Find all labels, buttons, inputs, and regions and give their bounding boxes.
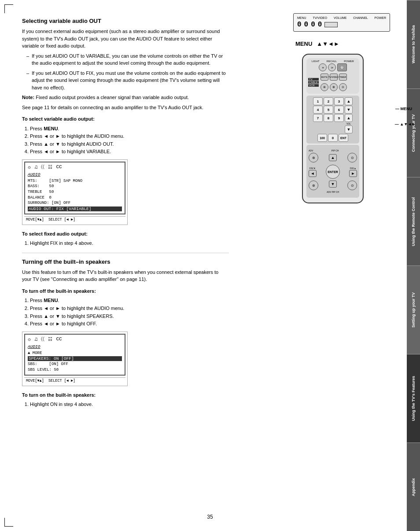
step-3: Press ▲ or ▼ to highlight AUDIO OUT. — [30, 140, 229, 148]
tv-menu-label: MENU — [295, 41, 312, 47]
page-number: 35 — [207, 514, 213, 520]
sidebar-tab-remote[interactable]: Using the Remote Control — [407, 177, 420, 266]
btn-3[interactable]: 3 — [334, 97, 344, 105]
btn-1[interactable]: 1 — [313, 97, 323, 105]
subsec1-steps: Press MENU. Press ◄ or ► to highlight th… — [30, 125, 229, 156]
tv-labels: MENU TV/VIDEO VOLUME CHANNEL POWER — [297, 16, 386, 19]
timer-btn[interactable]: TIMER — [339, 74, 347, 81]
corner-mark-bl — [4, 518, 13, 527]
sidebar-tab-features[interactable]: Using the TV's Features — [407, 354, 420, 442]
pip-ch-btn[interactable]: ⊙ — [347, 153, 357, 162]
sidebar: Welcome to Toshiba Connecting your TV Us… — [407, 0, 420, 531]
subsec3-steps: Press MENU. Press ◄ or ► to highlight th… — [30, 297, 229, 328]
vcr-btn-3[interactable]: ⊙ — [339, 83, 347, 91]
subsec3-label: To turn off the built-in speakers: — [22, 288, 229, 295]
tv-power-indicator — [324, 22, 338, 27]
section-divider — [22, 253, 229, 253]
btn-5[interactable]: 5 — [324, 106, 333, 114]
power-btn[interactable]: ⏻ — [337, 63, 347, 71]
section1-title: Selecting variable audio OUT — [22, 18, 229, 24]
section2-intro: Use this feature to turn off the TV's bu… — [22, 269, 229, 283]
diagrams-area: MENU TV/VIDEO VOLUME CHANNEL POWER 0 0 0… — [284, 13, 403, 203]
menu-annotation: — MENU — [395, 107, 412, 111]
subsec4-label: To turn on the built-in speakers: — [22, 391, 229, 399]
remote-body: LIGHT RECALL POWER ☀ ⟳ ⏻ TV CABLE VCR — [302, 54, 364, 203]
subsec4-steps: Highlight ON in step 4 above. — [30, 401, 229, 409]
section2-title: Turning off the built–in speakers — [22, 258, 229, 265]
subsec2-label: To select fixed audio output: — [22, 230, 229, 238]
bottom-left-btn[interactable]: ⊛ — [309, 181, 318, 190]
number-pad: 1 2 3 ▲ 4 5 6 ▼ 7 8 9 ▲ VOL — [306, 96, 359, 144]
ch-down-btn[interactable]: ▼ — [345, 106, 353, 114]
sidebar-tab-setting[interactable]: Setting up your TV — [407, 266, 420, 354]
btn-8[interactable]: 8 — [324, 114, 333, 122]
fav-right-btn[interactable]: ► — [349, 170, 357, 177]
step-2: Press ◄ or ► to highlight the AUDIO menu… — [30, 133, 229, 140]
btn-9[interactable]: 9 — [334, 114, 344, 122]
sidebar-tab-appendix[interactable]: Appendix — [407, 442, 420, 531]
btn-100[interactable]: 100 — [317, 134, 327, 142]
bullet-1: If you set AUDIO OUT to VARIABLE, you ca… — [26, 52, 229, 67]
tv-video-btn[interactable]: TV/VIDEO — [330, 74, 338, 81]
arrow-annotation: — ▲▼◄► — [395, 122, 416, 126]
spk-step-3: Press ▲ or ▼ to highlight SPEAKERS. — [30, 313, 229, 321]
spk-step-4: Press ◄ or ► to highlight OFF. — [30, 320, 229, 328]
step-1: Press MENU. — [30, 125, 229, 133]
bullet-2: If you set AUDIO OUT to FIX, you must us… — [26, 70, 229, 92]
btn-7[interactable]: 7 — [313, 114, 323, 122]
subsec1-label: To select variable audio output: — [22, 115, 229, 123]
sidebar-tab-connecting[interactable]: Connecting your TV — [407, 88, 420, 177]
audio-menu-screen-2: ☼ ♫ 〈〈 ☷ CC AUDIO ▲ MORE SPEAKERS: ON [O… — [22, 332, 128, 386]
vcr-btn-2[interactable]: ⊕ — [330, 83, 338, 91]
bottom-right-btn[interactable]: ⊙ — [347, 181, 357, 190]
ch-up-btn[interactable]: ▲ — [345, 97, 353, 105]
main-content-left: Selecting variable audio OUT If you conn… — [9, 9, 238, 421]
source-labels: TV CABLE VCR — [308, 78, 319, 87]
btn-0[interactable]: 0 — [328, 134, 338, 142]
sidebar-tab-welcome[interactable]: Welcome to Toshiba — [407, 0, 420, 88]
step-4: Press ◄ or ► to highlight VARIABLE. — [30, 148, 229, 156]
btn-2[interactable]: 2 — [324, 97, 333, 105]
vol-up-btn[interactable]: ▲ — [345, 114, 353, 122]
on-step-1: Highlight ON in step 4 above. — [30, 401, 229, 409]
btn-4[interactable]: 4 — [313, 106, 323, 114]
section1-intro: If you connect external audio equipment … — [22, 28, 229, 50]
recall-btn[interactable]: ⟳ — [328, 63, 336, 71]
pip-up-btn[interactable]: ▲ — [329, 154, 337, 161]
section1-note: Note: Fixed audio output provides a clea… — [22, 94, 229, 101]
tv-displays: 0 0 0 0 — [297, 21, 386, 29]
spk-step-1: Press MENU. — [30, 297, 229, 305]
mute-btn[interactable]: MUTE — [321, 74, 328, 81]
audio-menu-screen-1: ☼ ♫ 〈〈 ☷ CC AUDIO MTS: [STR] SAP MONO BA… — [22, 159, 128, 225]
btn-6[interactable]: 6 — [334, 106, 344, 114]
adv-btn[interactable]: ⊛ — [309, 153, 318, 162]
fixed-step-1: Highlight FIX in step 4 above. — [30, 240, 229, 247]
enter-btn[interactable]: ENTER — [326, 165, 340, 179]
vol-down-btn[interactable]: ▼ — [345, 125, 353, 133]
light-btn[interactable]: ☀ — [319, 63, 327, 71]
pip-down-btn[interactable]: ▼ — [329, 181, 337, 188]
fav-left-btn[interactable]: ◄ — [309, 170, 317, 177]
vcr-btn-1[interactable]: ⊛ — [321, 83, 328, 91]
section1-bullets: If you set AUDIO OUT to VARIABLE, you ca… — [26, 52, 229, 92]
remote-diagram: — MENU — ▲▼◄► LIGHT RECALL POWER ☀ ⟳ ⏻ — [302, 54, 403, 203]
tv-arrow-label: ▲▼◄► — [317, 41, 339, 47]
tv-diagram: MENU TV/VIDEO VOLUME CHANNEL POWER 0 0 0… — [293, 13, 403, 47]
section1-see-page: See page 11 for details on connecting an… — [22, 104, 229, 111]
subsec2-steps: Highlight FIX in step 4 above. — [30, 240, 229, 247]
btn-ent[interactable]: ENT — [339, 134, 348, 142]
spk-step-2: Press ◄ or ► to highlight the AUDIO menu… — [30, 305, 229, 313]
